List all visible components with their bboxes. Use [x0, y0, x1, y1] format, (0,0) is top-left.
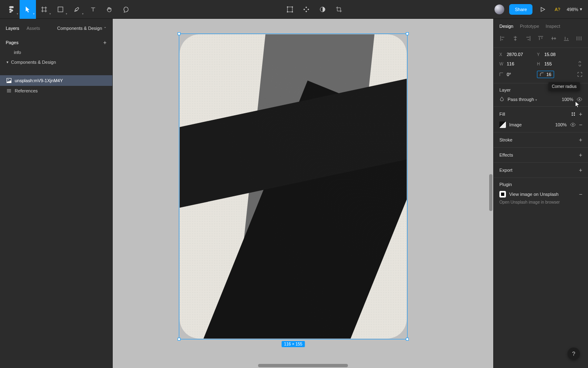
resize-handle-bl[interactable]: [178, 338, 180, 341]
layer-item-references[interactable]: References: [0, 86, 112, 96]
scrollbar-horizontal[interactable]: [258, 364, 348, 367]
edit-object-button[interactable]: [283, 2, 297, 17]
layer-item-label: References: [15, 88, 38, 93]
pen-tool-button[interactable]: ▾: [69, 0, 85, 19]
crop-button[interactable]: [332, 2, 346, 17]
add-stroke-button[interactable]: +: [579, 137, 582, 143]
h-value[interactable]: 155: [544, 61, 552, 66]
distribute-button[interactable]: [575, 34, 583, 43]
hand-tool-button[interactable]: [101, 0, 118, 19]
tab-prototype[interactable]: Prototype: [520, 24, 539, 29]
comment-tool-button[interactable]: [118, 0, 134, 19]
eye-icon: [577, 97, 582, 101]
page-item-info[interactable]: info: [0, 47, 112, 57]
comment-icon: [122, 6, 129, 13]
tab-assets[interactable]: Assets: [27, 26, 40, 31]
align-left-button[interactable]: [499, 34, 507, 43]
chevron-down-icon: ▾: [82, 12, 84, 16]
w-label: W: [499, 62, 503, 66]
add-export-button[interactable]: +: [579, 167, 582, 173]
component-icon: [303, 6, 310, 13]
right-panel-tabs: Design Prototype Inspect: [494, 19, 588, 32]
fill-section: Fill + Image 100% −: [494, 107, 588, 132]
export-title: Export: [499, 168, 512, 173]
left-panel: Layers Assets Components & Design⌃ Pages…: [0, 19, 113, 368]
plugin-action[interactable]: View image on Unsplash: [509, 192, 559, 197]
export-section: Export+: [494, 163, 588, 178]
add-effect-button[interactable]: +: [579, 152, 582, 158]
main-menu-button[interactable]: ▾: [3, 0, 20, 19]
mask-button[interactable]: [315, 2, 330, 17]
shape-tool-button[interactable]: ▾: [52, 0, 69, 19]
align-top-button[interactable]: [537, 34, 545, 43]
text-icon: [90, 7, 96, 12]
svg-point-9: [579, 99, 580, 100]
resize-handle-tr[interactable]: [406, 32, 409, 35]
effects-title: Effects: [499, 153, 513, 157]
layer-visibility-button[interactable]: [577, 97, 582, 101]
chevron-down-icon: ▾: [17, 12, 18, 16]
align-right-button[interactable]: [524, 34, 532, 43]
plugin-description: Open Unsplash image in browser: [499, 200, 582, 204]
align-hcenter-button[interactable]: [511, 34, 519, 43]
fill-visibility-button[interactable]: [570, 123, 576, 127]
scrollbar-vertical[interactable]: [489, 174, 492, 211]
create-component-button[interactable]: [299, 2, 314, 17]
tooltip-corner-radius: Corner radius: [548, 82, 580, 91]
image-layer-icon: [7, 78, 11, 83]
remove-fill-button[interactable]: −: [579, 121, 582, 128]
page-picker[interactable]: Components & Design⌃: [57, 26, 107, 31]
fill-title: Fill: [499, 112, 505, 117]
chevron-down-icon: ▾: [66, 12, 67, 16]
independent-corners-button[interactable]: [577, 72, 582, 77]
resize-handle-br[interactable]: [406, 338, 409, 341]
add-fill-button[interactable]: +: [579, 111, 582, 117]
fill-opacity[interactable]: 100%: [555, 122, 567, 127]
fill-swatch[interactable]: [499, 121, 506, 128]
frame-tool-button[interactable]: ▾: [36, 0, 52, 19]
canvas[interactable]: 116 × 155: [113, 19, 493, 368]
tab-design[interactable]: Design: [499, 24, 513, 29]
add-page-button[interactable]: +: [103, 39, 107, 46]
rotation-value[interactable]: 0°: [507, 72, 511, 77]
move-tool-button[interactable]: ▾: [20, 0, 36, 19]
frame-icon: [41, 6, 47, 13]
text-tool-button[interactable]: [85, 0, 101, 19]
layer-opacity-value[interactable]: 100%: [562, 97, 573, 102]
remove-plugin-button[interactable]: −: [579, 191, 582, 197]
rectangle-icon: [58, 7, 63, 12]
link-icon: [577, 61, 582, 67]
zoom-dropdown[interactable]: 498%▾: [567, 7, 585, 12]
layer-item-label: unsplash:mV9-1XjnM4Y: [15, 78, 63, 83]
user-avatar[interactable]: [494, 4, 504, 14]
w-value[interactable]: 116: [507, 61, 514, 66]
stroke-title: Stroke: [499, 137, 512, 142]
hand-icon: [106, 6, 113, 13]
help-button[interactable]: ?: [568, 348, 580, 360]
resize-handle-tl[interactable]: [178, 32, 180, 35]
align-bottom-button[interactable]: [562, 34, 570, 43]
stroke-section: Stroke+: [494, 132, 588, 148]
present-button[interactable]: [537, 7, 548, 12]
constrain-proportions-button[interactable]: [577, 61, 582, 67]
share-button[interactable]: Share: [509, 4, 532, 15]
page-item-components[interactable]: ▾ Components & Design: [0, 57, 112, 67]
layer-item-selected[interactable]: unsplash:mV9-1XjnM4Y: [0, 75, 112, 86]
toolbar-left: ▾ ▾ ▾ ▾ ▾: [3, 0, 134, 19]
svg-point-10: [572, 124, 573, 126]
tab-inspect[interactable]: Inspect: [546, 24, 560, 29]
blend-mode-icon[interactable]: [499, 96, 504, 102]
layer-title: Layer: [499, 88, 511, 92]
tab-layers[interactable]: Layers: [6, 26, 19, 31]
x-label: X: [499, 52, 503, 57]
align-vcenter-button[interactable]: [550, 34, 558, 43]
blend-mode-select[interactable]: Pass through ▾: [508, 97, 537, 102]
pen-icon: [74, 6, 80, 13]
x-value[interactable]: 2870.07: [507, 52, 523, 57]
fill-type[interactable]: Image: [509, 122, 522, 127]
corner-radius-input[interactable]: 16: [537, 71, 554, 78]
svg-point-8: [8, 79, 9, 80]
y-value[interactable]: 15.08: [544, 52, 556, 57]
style-picker-button[interactable]: [572, 112, 575, 116]
toolbar-right: Share A? 498%▾: [494, 4, 585, 15]
